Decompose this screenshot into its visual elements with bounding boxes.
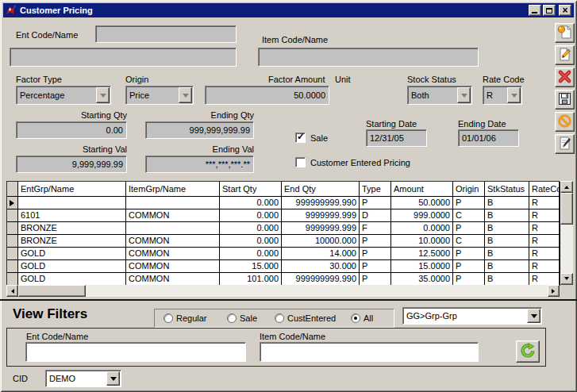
starting-qty-field[interactable]: 0.00 xyxy=(16,121,127,139)
row-selector[interactable] xyxy=(7,260,18,273)
table-cell[interactable]: 12.5000 xyxy=(391,248,453,260)
row-selector[interactable] xyxy=(7,197,18,209)
table-cell[interactable]: 999999999.990 xyxy=(282,197,360,209)
table-cell[interactable]: 15.000 xyxy=(220,260,282,273)
table-cell[interactable]: B xyxy=(485,209,529,222)
column-header-origin[interactable]: Origin xyxy=(453,182,485,197)
ending-qty-field[interactable]: 999,999,999.99 xyxy=(145,121,254,139)
scroll-up-button[interactable] xyxy=(560,181,573,193)
row-selector[interactable] xyxy=(7,222,18,235)
column-header-stkstatus[interactable]: StkStatus xyxy=(485,182,529,197)
table-cell[interactable]: C xyxy=(453,209,485,222)
column-header-rateco[interactable]: RateCo xyxy=(529,182,560,197)
table-row[interactable]: 0.000999999999.990P50.0000PBR xyxy=(7,197,559,209)
starting-val-field[interactable]: 9,999,999.99 xyxy=(16,156,127,173)
table-row[interactable]: BRONZE0.0009999999.999F0.0000PBR xyxy=(7,222,559,235)
table-cell[interactable]: P xyxy=(360,197,391,209)
table-cell[interactable]: R xyxy=(529,222,560,235)
table-cell[interactable]: 15.0000 xyxy=(391,260,453,273)
scroll-down-button[interactable] xyxy=(560,273,573,285)
table-cell[interactable]: 0.000 xyxy=(220,209,282,222)
horizontal-scroll-thumb[interactable] xyxy=(18,285,86,297)
table-row[interactable]: 6101COMMON0.0009999999.999D999.0000CBR xyxy=(7,209,559,222)
scroll-left-button[interactable] xyxy=(6,285,18,297)
table-cell[interactable]: P xyxy=(360,260,391,273)
table-cell[interactable]: 10000.000 xyxy=(282,235,360,248)
filter-ent-code-input[interactable] xyxy=(25,342,246,362)
factor-type-combo[interactable]: Percentage xyxy=(16,86,111,105)
stock-status-combo[interactable]: Both xyxy=(407,86,472,105)
table-cell[interactable]: 999999999.990 xyxy=(282,273,360,286)
table-cell[interactable] xyxy=(126,222,220,235)
filter-item-code-input[interactable] xyxy=(260,342,479,362)
table-cell[interactable]: COMMON xyxy=(126,209,220,222)
column-header-type[interactable]: Type xyxy=(360,182,391,197)
table-cell[interactable] xyxy=(18,197,126,209)
save-record-button[interactable] xyxy=(555,90,575,110)
table-cell[interactable]: B xyxy=(485,248,529,260)
table-cell[interactable]: R xyxy=(529,235,560,248)
cid-combo[interactable]: DEMO xyxy=(45,370,121,387)
table-cell[interactable]: GOLD xyxy=(18,248,126,260)
table-cell[interactable]: 0.000 xyxy=(220,235,282,248)
radio-all[interactable]: All xyxy=(351,313,373,323)
chevron-down-icon[interactable] xyxy=(507,87,521,103)
item-name-field[interactable] xyxy=(258,48,479,67)
grid-vertical-scrollbar[interactable] xyxy=(560,181,573,285)
table-cell[interactable]: 35.0000 xyxy=(391,273,453,286)
table-row[interactable]: GOLDCOMMON101.000999999999.990P35.0000PB… xyxy=(7,273,559,286)
table-cell[interactable]: COMMON xyxy=(126,248,220,260)
table-cell[interactable]: GOLD xyxy=(18,260,126,273)
row-selector[interactable] xyxy=(7,273,18,286)
table-cell[interactable] xyxy=(126,197,220,209)
table-cell[interactable]: B xyxy=(485,222,529,235)
scroll-right-button[interactable] xyxy=(548,285,560,297)
table-cell[interactable]: 50.0000 xyxy=(391,197,453,209)
chevron-down-icon[interactable] xyxy=(106,371,120,386)
radio-sale[interactable]: Sale xyxy=(227,313,257,323)
table-cell[interactable]: R xyxy=(529,260,560,273)
table-cell[interactable]: R xyxy=(529,197,560,209)
row-selector[interactable] xyxy=(7,248,18,260)
table-cell[interactable]: P xyxy=(360,273,391,286)
table-cell[interactable]: 999.0000 xyxy=(391,209,453,222)
radio-custentered[interactable]: CustEntered xyxy=(275,313,336,323)
table-cell[interactable]: BRONZE xyxy=(18,235,126,248)
refresh-button[interactable] xyxy=(516,340,540,363)
table-cell[interactable]: P xyxy=(360,248,391,260)
table-cell[interactable]: 0.0000 xyxy=(391,222,453,235)
minimize-button[interactable] xyxy=(529,5,541,16)
vertical-scroll-thumb[interactable] xyxy=(560,193,573,225)
table-cell[interactable]: COMMON xyxy=(126,235,220,248)
grid-horizontal-scrollbar[interactable] xyxy=(6,285,560,297)
table-cell[interactable]: GOLD xyxy=(18,273,126,286)
new-record-button[interactable] xyxy=(555,23,575,43)
starting-date-field[interactable]: 12/31/05 xyxy=(366,129,427,147)
delete-record-button[interactable] xyxy=(555,67,575,87)
chevron-down-icon[interactable] xyxy=(179,87,192,103)
memo-button[interactable] xyxy=(555,134,575,154)
table-cell[interactable]: 14.000 xyxy=(282,248,360,260)
table-cell[interactable]: COMMON xyxy=(126,273,220,286)
grouping-combo[interactable]: GG>Grp-Grp xyxy=(402,307,542,325)
column-header-amount[interactable]: Amount xyxy=(391,182,453,197)
table-cell[interactable]: 0.000 xyxy=(220,197,282,209)
table-cell[interactable]: R xyxy=(529,248,560,260)
table-cell[interactable]: BRONZE xyxy=(18,222,126,235)
table-cell[interactable]: B xyxy=(485,260,529,273)
row-selector-header[interactable] xyxy=(7,182,18,197)
table-cell[interactable]: 0.000 xyxy=(220,222,282,235)
origin-combo[interactable]: Price xyxy=(125,86,194,105)
table-cell[interactable]: R xyxy=(529,273,560,286)
row-selector[interactable] xyxy=(7,235,18,248)
table-cell[interactable]: 30.000 xyxy=(282,260,360,273)
factor-amount-field[interactable]: 50.0000 xyxy=(205,86,329,105)
chevron-down-icon[interactable] xyxy=(527,309,540,323)
table-cell[interactable]: 0.000 xyxy=(220,248,282,260)
table-cell[interactable]: D xyxy=(360,209,391,222)
column-header-end-qty[interactable]: End Qty xyxy=(282,182,360,197)
ending-val-field[interactable]: ***,***,***.** xyxy=(145,156,254,173)
table-cell[interactable]: F xyxy=(360,222,391,235)
table-cell[interactable]: P xyxy=(360,235,391,248)
table-cell[interactable]: P xyxy=(453,222,485,235)
